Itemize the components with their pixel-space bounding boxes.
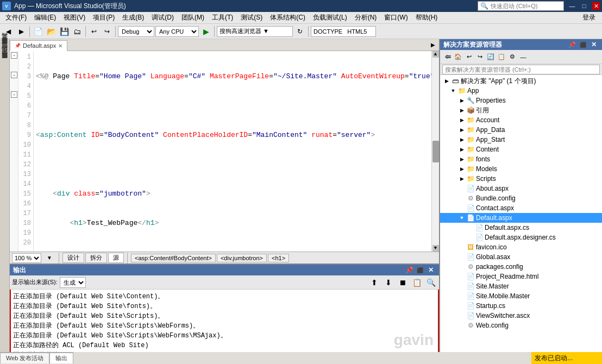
bottom-tab-output[interactable]: 输出 bbox=[49, 353, 73, 363]
new-project-button[interactable]: 📄 bbox=[32, 26, 44, 37]
tree-fonts[interactable]: ▶ 📁 fonts bbox=[440, 154, 602, 164]
panel-close-button[interactable]: ✕ bbox=[589, 40, 599, 49]
output-btn1[interactable]: ⬆ bbox=[368, 277, 380, 288]
tree-appdata[interactable]: ▶ 📁 App_Data bbox=[440, 125, 602, 135]
browser-search[interactable] bbox=[217, 26, 293, 37]
tree-solution[interactable]: ▶ 🗃 解决方案 "App" (1 个项目) bbox=[440, 76, 602, 86]
panel-float-button[interactable]: ⬛ bbox=[578, 40, 588, 49]
menu-team[interactable]: 团队(M) bbox=[178, 12, 208, 23]
breadcrumb-content[interactable]: <asp:Content#BodyContent> bbox=[131, 254, 216, 262]
minimize-button[interactable]: — bbox=[568, 2, 576, 10]
sol-btn-4[interactable]: ↪ bbox=[475, 52, 485, 62]
sol-btn-6[interactable]: 📋 bbox=[497, 52, 506, 62]
expand-fonts[interactable]: ▶ bbox=[457, 155, 466, 164]
code-content[interactable]: <%@ Page Title="Home Page" Language="C#"… bbox=[34, 51, 431, 252]
tree-properties[interactable]: ▶ 🔧 Properties bbox=[440, 96, 602, 105]
expand-refs[interactable]: ▶ bbox=[457, 106, 466, 115]
tab-split[interactable]: 拆分 bbox=[85, 253, 107, 263]
tree-viewswitcher[interactable]: ▶ 📄 ViewSwitcher.ascx bbox=[440, 311, 602, 321]
sol-btn-2[interactable]: 🏠 bbox=[453, 52, 463, 62]
menu-debug[interactable]: 调试(D) bbox=[148, 12, 177, 23]
tree-startup[interactable]: ▶ 📄 Startup.cs bbox=[440, 301, 602, 311]
solution-search-input[interactable] bbox=[442, 65, 600, 74]
sol-btn-3[interactable]: ↩ bbox=[464, 52, 474, 62]
output-source-select[interactable]: 生成 调试 bbox=[60, 277, 86, 288]
zoom-btn[interactable]: ▼ bbox=[43, 252, 55, 264]
zoom-select[interactable]: 100 % 75 % 150 % bbox=[12, 253, 41, 263]
forward-button[interactable]: ▶ bbox=[15, 26, 27, 37]
code-editor[interactable]: - - - 1 2 3 4 5 6 7 8 9 10 11 12 13 14 1… bbox=[10, 51, 439, 252]
sol-btn-1[interactable]: ⭅ bbox=[442, 52, 452, 62]
tab-close-button[interactable]: ✕ bbox=[58, 43, 62, 49]
tree-default-cs[interactable]: ▶ 📄 Default.aspx.cs bbox=[440, 223, 602, 233]
breadcrumb-h1[interactable]: <h1> bbox=[268, 254, 289, 262]
menu-project[interactable]: 项目(P) bbox=[90, 12, 118, 23]
save-all-button[interactable]: 🗂 bbox=[71, 26, 83, 37]
menu-view[interactable]: 视图(V) bbox=[60, 12, 89, 23]
tab-scroll-right[interactable]: ▶ bbox=[427, 39, 439, 51]
output-close-button[interactable]: ✕ bbox=[426, 265, 436, 275]
sidebar-tab-server[interactable]: 服务器资源管理器 bbox=[0, 46, 10, 51]
expand-appdata[interactable]: ▶ bbox=[457, 125, 466, 134]
scroll-up[interactable]: ▲ bbox=[432, 51, 439, 58]
sidebar-tab-class[interactable]: 类视图 bbox=[0, 56, 10, 60]
tree-favicon[interactable]: ▶ 🖼 favicon.ico bbox=[440, 242, 602, 252]
configuration-select[interactable]: Debug Release bbox=[118, 26, 154, 37]
refresh-button[interactable]: ↻ bbox=[294, 26, 306, 37]
tree-about[interactable]: ▶ 📄 About.aspx bbox=[440, 184, 602, 193]
collapse-3[interactable]: - bbox=[11, 91, 17, 98]
output-btn3[interactable]: ⏹ bbox=[397, 277, 409, 288]
tree-contact[interactable]: ▶ 📄 Contact.aspx bbox=[440, 203, 602, 213]
tree-webconfig[interactable]: ▶ ⚙ Web.config bbox=[440, 321, 602, 330]
tree-global[interactable]: ▶ 📄 Global.asax bbox=[440, 252, 602, 262]
expand-solution[interactable]: ▶ bbox=[442, 77, 451, 85]
open-button[interactable]: 📂 bbox=[45, 26, 57, 37]
sol-btn-8[interactable]: — bbox=[518, 52, 528, 62]
expand-account[interactable]: ▶ bbox=[457, 116, 466, 124]
tree-bundle[interactable]: ▶ ⚙ Bundle.config bbox=[440, 193, 602, 203]
tree-scripts[interactable]: ▶ 📁 Scripts bbox=[440, 174, 602, 184]
tree-packages[interactable]: ▶ ⚙ packages.config bbox=[440, 262, 602, 272]
expand-content[interactable]: ▶ bbox=[457, 145, 466, 154]
sidebar-tab-data[interactable]: 数据源 bbox=[0, 51, 10, 55]
menu-test[interactable]: 测试(S) bbox=[237, 12, 266, 23]
menu-edit[interactable]: 编辑(E) bbox=[31, 12, 59, 23]
platform-select[interactable]: Any CPU bbox=[155, 26, 199, 37]
output-btn4[interactable]: 📋 bbox=[411, 277, 423, 288]
output-pin-button[interactable]: 📌 bbox=[404, 265, 414, 275]
sidebar-tab-toolbox[interactable]: 工具箱 bbox=[0, 41, 10, 46]
quick-launch-input[interactable] bbox=[491, 3, 561, 9]
expand-app[interactable]: ▼ bbox=[449, 86, 457, 95]
scroll-down[interactable]: ▼ bbox=[432, 245, 439, 252]
tree-default-designer[interactable]: ▶ 📄 Default.aspx.designer.cs bbox=[440, 233, 602, 242]
close-button[interactable]: ✕ bbox=[592, 2, 600, 10]
expand-properties[interactable]: ▶ bbox=[457, 96, 466, 105]
tree-mobilemaster[interactable]: ▶ 📄 Site.Mobile.Master bbox=[440, 291, 602, 301]
back-button[interactable]: ◀ bbox=[2, 26, 14, 37]
maximize-button[interactable]: □ bbox=[580, 2, 588, 10]
expand-models[interactable]: ▶ bbox=[457, 165, 466, 173]
menu-arch[interactable]: 体系结构(C) bbox=[267, 12, 309, 23]
quick-launch-box[interactable]: 🔍 bbox=[478, 1, 564, 11]
tree-appstart[interactable]: ▶ 📁 App_Start bbox=[440, 135, 602, 145]
bottom-tab-webpublish[interactable]: Web 发布活动 bbox=[0, 353, 49, 363]
menu-build[interactable]: 生成(B) bbox=[119, 12, 147, 23]
login-link[interactable]: 登录 bbox=[578, 12, 600, 23]
menu-window[interactable]: 窗口(W) bbox=[381, 12, 411, 23]
menu-tools[interactable]: 工具(T) bbox=[209, 12, 236, 23]
save-button[interactable]: 💾 bbox=[58, 26, 70, 37]
sol-btn-5[interactable]: 🔄 bbox=[486, 52, 496, 62]
collapse-2[interactable]: - bbox=[11, 72, 17, 78]
tree-account[interactable]: ▶ 📁 Account bbox=[440, 115, 602, 125]
menu-file[interactable]: 文件(F) bbox=[2, 12, 30, 23]
expand-default[interactable]: ▼ bbox=[457, 214, 466, 222]
sol-btn-7[interactable]: ⚙ bbox=[507, 52, 517, 62]
menu-load[interactable]: 负载测试(L) bbox=[310, 12, 350, 23]
doctype-select[interactable] bbox=[311, 26, 376, 37]
output-btn2[interactable]: ⬇ bbox=[382, 277, 394, 288]
expand-appstart[interactable]: ▶ bbox=[457, 135, 466, 144]
tree-default-aspx[interactable]: ▼ 📄 Default.aspx bbox=[440, 213, 602, 223]
panel-pin-button[interactable]: 📌 bbox=[567, 40, 577, 49]
tree-sitemaster[interactable]: ▶ 📄 Site.Master bbox=[440, 281, 602, 291]
collapse-1[interactable]: - bbox=[11, 52, 17, 59]
